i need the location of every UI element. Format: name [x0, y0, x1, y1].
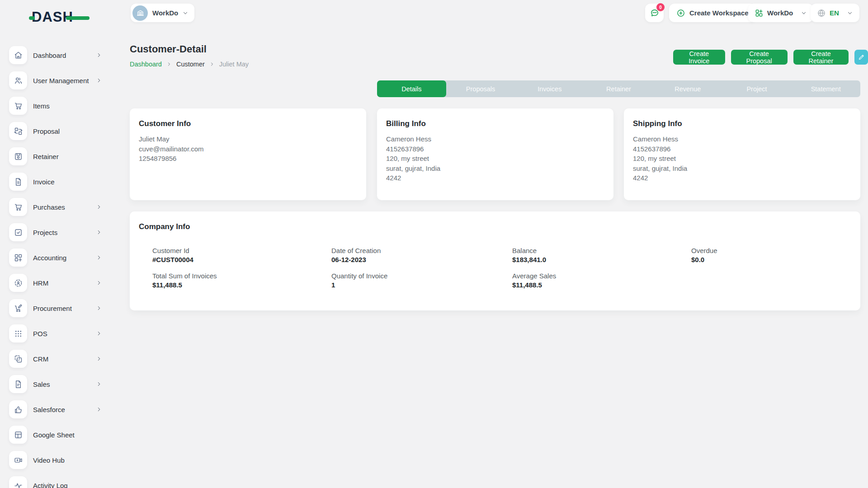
breadcrumb-customer-link[interactable]: Customer — [176, 61, 205, 68]
billing-street: 120, my street — [386, 154, 604, 164]
field-quantity-of-invoice: Quantity of Invoice 1 — [331, 272, 512, 289]
workspace-avatar — [132, 5, 148, 21]
sidebar-item-google-sheet[interactable]: Google Sheet — [0, 422, 113, 447]
messages-button[interactable]: 0 — [645, 4, 664, 22]
activity-icon — [9, 476, 27, 488]
sidebar-item-sales[interactable]: Sales — [0, 371, 113, 397]
sidebar-item-purchases[interactable]: Purchases — [0, 194, 113, 220]
save-icon — [9, 147, 27, 165]
create-proposal-button[interactable]: Create Proposal — [731, 50, 788, 65]
header-actions: Create Invoice Create Proposal Create Re… — [673, 50, 868, 65]
tab-statement[interactable]: Statement — [791, 80, 860, 97]
sidebar-item-procurement[interactable]: Procurement — [0, 296, 113, 321]
billing-phone: 4152637896 — [386, 144, 604, 154]
cart-icon — [9, 97, 27, 115]
customer-info-title: Customer Info — [139, 119, 357, 128]
field-customer-id: Customer Id #CUST00004 — [152, 247, 331, 263]
video-icon — [9, 451, 27, 469]
field-date-of-creation: Date of Creation 06-12-2023 — [331, 247, 512, 263]
sidebar-item-proposal[interactable]: Proposal — [0, 118, 113, 144]
sidebar-item-retainer[interactable]: Retainer — [0, 144, 113, 169]
app-logo[interactable]: DASH — [29, 9, 90, 25]
create-workspace-label: Create Workspace — [689, 9, 749, 17]
sidebar-item-activity-log[interactable]: Activity Log — [0, 473, 113, 488]
workspace-label: WorkDo — [152, 9, 178, 17]
file-invoice-icon — [9, 173, 27, 191]
plus-circle-icon — [676, 9, 685, 18]
building-icon — [136, 9, 145, 17]
chevron-right-icon — [166, 61, 172, 67]
file-icon — [9, 375, 27, 393]
sidebar-item-pos[interactable]: POS — [0, 321, 113, 346]
chevron-right-icon — [96, 52, 102, 58]
tab-retainer[interactable]: Retainer — [584, 80, 653, 97]
globe-icon — [817, 9, 826, 18]
sidebar-item-projects[interactable]: Projects — [0, 220, 113, 245]
billing-info-card: Billing Info Cameron Hess 4152637896 120… — [377, 108, 613, 200]
sidebar-item-invoice[interactable]: Invoice — [0, 169, 113, 194]
sidebar-item-items[interactable]: Items — [0, 93, 113, 118]
tab-details[interactable]: Details — [377, 80, 446, 97]
billing-zip: 4242 — [386, 173, 604, 183]
create-invoice-button[interactable]: Create Invoice — [673, 50, 725, 65]
customer-email: cuve@mailinator.com — [139, 144, 357, 154]
company-info-card: Company Info Customer Id #CUST00004 Date… — [130, 211, 860, 310]
chevron-right-icon — [96, 406, 102, 413]
sidebar-item-video-hub[interactable]: Video Hub — [0, 447, 113, 473]
billing-city: surat, gujrat, India — [386, 164, 604, 174]
shipping-zip: 4242 — [633, 173, 851, 183]
field-total-sum-of-invoices: Total Sum of Invoices $11,488.5 — [152, 272, 331, 289]
customer-detail-page: DASH WorkDo 0 Create Workspace WorkD — [0, 0, 868, 488]
home-icon — [9, 46, 27, 64]
tab-invoices[interactable]: Invoices — [515, 80, 584, 97]
sidebar-item-hrm[interactable]: HRM — [0, 270, 113, 296]
language-selector[interactable]: EN — [811, 4, 859, 22]
breadcrumb-current: Juliet May — [219, 61, 249, 68]
tab-proposals[interactable]: Proposals — [446, 80, 515, 97]
company-info-grid: Customer Id #CUST00004 Date of Creation … — [139, 247, 851, 289]
sidebar-item-crm[interactable]: CRM — [0, 346, 113, 371]
create-retainer-button[interactable]: Create Retainer — [793, 50, 849, 65]
field-balance: Balance $183,841.0 — [512, 247, 691, 263]
breadcrumb-dashboard-link[interactable]: Dashboard — [130, 61, 162, 68]
shipping-name: Cameron Hess — [633, 134, 851, 144]
workspace-selector[interactable]: WorkDo — [131, 4, 194, 22]
field-overdue: Overdue $0.0 — [691, 247, 851, 263]
edit-customer-button[interactable] — [854, 50, 868, 65]
shipping-info-card: Shipping Info Cameron Hess 4152637896 12… — [624, 108, 860, 200]
swap-squares-icon — [9, 122, 27, 140]
create-workspace-button[interactable]: Create Workspace — [669, 4, 756, 22]
company-info-title: Company Info — [139, 222, 851, 231]
chevron-right-icon — [96, 356, 102, 362]
chevron-right-icon — [209, 61, 215, 67]
sidebar-item-dashboard[interactable]: Dashboard — [0, 42, 113, 68]
sidebar-item-salesforce[interactable]: Salesforce — [0, 397, 113, 422]
billing-name: Cameron Hess — [386, 134, 604, 144]
user-scan-icon — [9, 274, 27, 292]
customer-info-card: Customer Info Juliet May cuve@mailinator… — [130, 108, 366, 200]
sidebar-nav: Dashboard User Management Items Proposal — [0, 33, 113, 488]
copy-icon — [9, 350, 27, 368]
chevron-right-icon — [96, 280, 102, 286]
billing-info-title: Billing Info — [386, 119, 604, 128]
chevron-down-icon — [847, 10, 853, 16]
page-title: Customer-Detail — [130, 43, 207, 55]
chevron-right-icon — [96, 77, 102, 84]
pencil-icon — [858, 54, 865, 61]
users-icon — [9, 71, 27, 89]
logo-accent-bar — [66, 16, 90, 20]
shipping-city: surat, gujrat, India — [633, 164, 851, 174]
sidebar-item-accounting[interactable]: Accounting — [0, 245, 113, 270]
chevron-right-icon — [96, 381, 102, 387]
shipping-info-title: Shipping Info — [633, 119, 851, 128]
sidebar-item-user-management[interactable]: User Management — [0, 68, 113, 93]
logo-accent-dash — [29, 16, 35, 20]
app-switcher[interactable]: WorkDo — [748, 4, 813, 22]
customer-name: Juliet May — [139, 134, 357, 144]
tab-project[interactable]: Project — [722, 80, 792, 97]
detail-tabs: Details Proposals Invoices Retainer Reve… — [377, 80, 860, 97]
cart-edit-icon — [9, 299, 27, 317]
chevron-right-icon — [96, 305, 102, 311]
tab-revenue[interactable]: Revenue — [653, 80, 722, 97]
chevron-right-icon — [96, 229, 102, 235]
